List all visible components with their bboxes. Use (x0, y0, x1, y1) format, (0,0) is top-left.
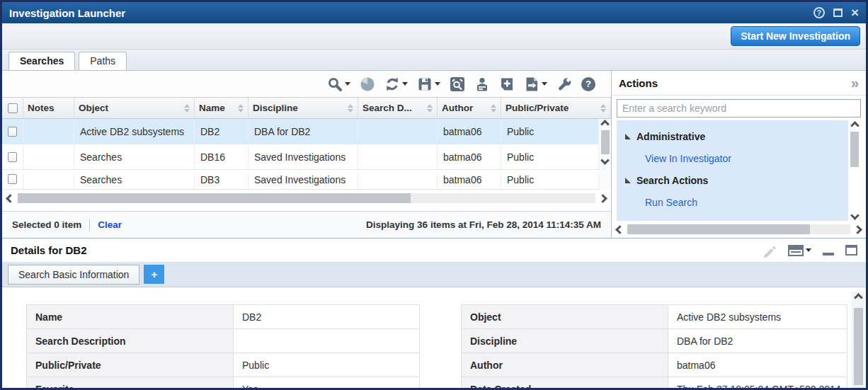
minimize-panel-icon[interactable] (823, 253, 834, 256)
scrollbar-thumb[interactable] (18, 193, 411, 203)
start-new-investigation-button[interactable]: Start New Investigation (731, 26, 860, 46)
scroll-left-icon[interactable] (615, 225, 624, 234)
cell-object: Searches (74, 174, 195, 189)
table-row[interactable]: Searches DB16 Saved Investigations batma… (2, 144, 599, 170)
action-view-in-investigator[interactable]: View In Investigator (617, 147, 848, 170)
cell-author: batma06 (438, 144, 501, 169)
question-glyph: ? (581, 77, 595, 91)
table-row[interactable]: Active DB2 subsystems DB2 DBA for DB2 ba… (2, 119, 599, 144)
sort-icon[interactable] (348, 104, 353, 113)
add-tab-button[interactable]: + (144, 265, 164, 284)
tab-searches[interactable]: Searches (8, 52, 75, 70)
status-divider (89, 219, 90, 231)
action-show-edit-search-parameters[interactable]: Show/Edit Search Parameters (617, 214, 848, 221)
column-header-name[interactable]: Name (195, 98, 249, 118)
dropdown-caret-icon[interactable] (542, 82, 547, 86)
cell-name: DB3 (195, 174, 249, 189)
actions-header: Actions » (612, 71, 866, 96)
tab-paths[interactable]: Paths (79, 52, 127, 70)
details-vertical-scrollbar[interactable] (852, 292, 864, 388)
scroll-left-icon[interactable] (6, 194, 15, 203)
row-checkbox[interactable] (8, 152, 17, 162)
column-header-object[interactable]: Object (74, 98, 195, 118)
actions-search-input[interactable] (617, 99, 861, 117)
magnifier-glyph (327, 76, 343, 92)
select-all-checkbox[interactable] (8, 103, 18, 113)
actions-horizontal-scrollbar[interactable] (612, 221, 866, 238)
table-row[interactable]: Searches DB3 Saved Investigations batma0… (2, 170, 599, 190)
detail-row: FavoriteYes (27, 377, 419, 388)
sort-icon[interactable] (238, 104, 244, 113)
detail-row: Search Description (27, 329, 419, 353)
cell-notes (23, 144, 74, 169)
detail-row: Date CreatedThu Feb 27 18:05:04 GMT+500 … (462, 377, 847, 388)
scroll-down-icon[interactable] (850, 211, 860, 220)
scrollbar-thumb[interactable] (627, 224, 810, 234)
clear-selection-link[interactable]: Clear (98, 219, 122, 230)
action-run-search[interactable]: Run Search (617, 191, 848, 214)
scroll-up-icon[interactable] (854, 293, 863, 302)
detail-row: NameDB2 (27, 305, 419, 329)
scroll-up-icon[interactable] (600, 120, 610, 129)
export-icon[interactable] (524, 76, 547, 92)
table-view-icon[interactable] (788, 245, 811, 256)
toolbar-help-icon[interactable]: ? (581, 77, 595, 91)
dropdown-caret-icon[interactable] (345, 82, 350, 86)
scroll-right-icon[interactable] (598, 194, 607, 203)
close-icon[interactable]: × (851, 8, 859, 18)
maximize-icon[interactable] (833, 8, 843, 17)
main-tabstrip: Searches Paths (2, 50, 866, 70)
collapse-panel-icon[interactable]: » (851, 75, 859, 91)
details-table-right: ObjectActive DB2 subsystems DisciplineDB… (461, 304, 847, 388)
scroll-right-icon[interactable] (853, 225, 862, 234)
grid-horizontal-scrollbar[interactable] (2, 190, 611, 207)
action-bar: Start New Investigation (2, 23, 866, 50)
sort-icon[interactable] (184, 104, 190, 113)
edit-pencil-icon[interactable] (763, 243, 777, 258)
row-checkbox[interactable] (8, 127, 17, 137)
action-group-search-actions[interactable]: Search Actions (617, 170, 848, 191)
grid-header: Notes Object Name Discipline Search D...… (2, 98, 611, 119)
scrollbar-thumb[interactable] (854, 308, 863, 385)
row-select-cell (2, 144, 23, 169)
scrollbar-track[interactable] (627, 224, 850, 234)
cell-discipline: Saved Investigations (249, 144, 358, 169)
maximize-panel-icon[interactable] (845, 245, 857, 256)
sort-icon[interactable] (600, 104, 606, 113)
help-icon[interactable]: ? (813, 7, 825, 18)
dropdown-caret-icon[interactable] (435, 82, 440, 86)
row-select-cell (2, 119, 23, 144)
dropdown-caret-icon[interactable] (806, 248, 811, 252)
actions-vertical-scrollbar[interactable] (848, 120, 861, 221)
dropdown-caret-icon[interactable] (402, 82, 408, 86)
pie-chart-icon[interactable] (360, 76, 375, 92)
scrollbar-thumb[interactable] (601, 130, 610, 154)
cell-discipline: Saved Investigations (249, 174, 358, 189)
row-checkbox[interactable] (8, 174, 17, 184)
action-group-administrative[interactable]: Administrative (617, 126, 848, 147)
column-header-public-private[interactable]: Public/Private (501, 98, 611, 118)
column-header-notes[interactable]: Notes (23, 98, 74, 118)
add-note-icon[interactable] (499, 76, 515, 92)
search-icon[interactable] (327, 76, 350, 92)
save-icon[interactable] (417, 76, 440, 92)
column-header-author[interactable]: Author (438, 98, 501, 118)
grid-vertical-scrollbar[interactable] (599, 119, 611, 190)
cell-discipline: DBA for DB2 (249, 119, 358, 144)
column-header-discipline[interactable]: Discipline (249, 98, 358, 118)
scrollbar-track[interactable] (18, 193, 595, 203)
sort-icon[interactable] (491, 104, 496, 113)
actions-list: Administrative View In Investigator Sear… (617, 120, 848, 221)
details-panel: Details for DB2 Search Basic Information… (2, 238, 866, 388)
sort-icon[interactable] (427, 104, 433, 113)
refresh-icon[interactable] (384, 76, 408, 92)
column-header-search-description[interactable]: Search D... (358, 98, 438, 118)
user-badge-icon[interactable] (474, 76, 490, 92)
scroll-up-icon[interactable] (850, 121, 860, 130)
window-title: Investigation Launcher (9, 7, 125, 19)
scrollbar-thumb[interactable] (850, 132, 859, 167)
scroll-down-icon[interactable] (600, 156, 610, 165)
tab-search-basic-information[interactable]: Search Basic Information (8, 265, 139, 285)
wrench-icon[interactable] (556, 76, 572, 92)
zoom-selection-icon[interactable] (450, 76, 465, 92)
